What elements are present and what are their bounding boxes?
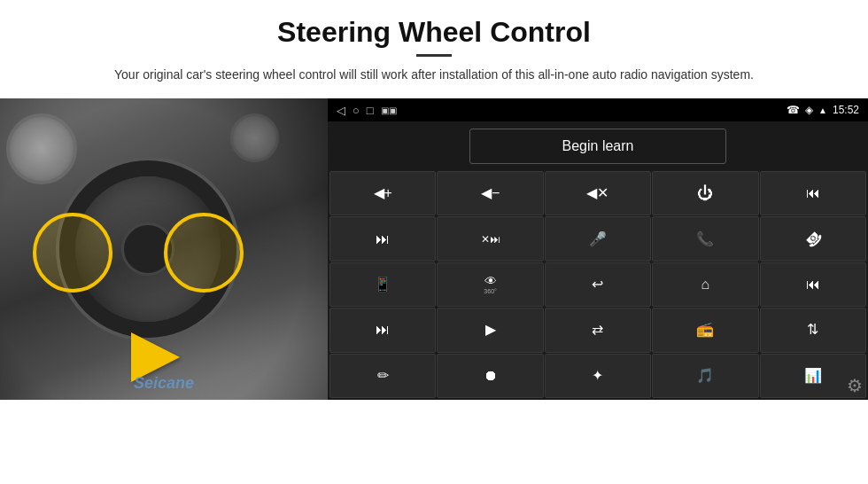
- edit-icon: ✏: [377, 369, 389, 383]
- screenshot-nav-icon[interactable]: ▣▣: [381, 105, 397, 115]
- status-time: 15:52: [833, 104, 859, 116]
- phone-call-icon: 📞: [696, 232, 714, 246]
- highlight-circle-left: [33, 213, 112, 293]
- controls-grid: ◀+ ◀− ◀✕ ⏻ ⏮ ⏭ ✕⏭: [328, 171, 868, 400]
- page-title: Steering Wheel Control: [53, 16, 815, 49]
- android-panel: ◁ ○ □ ▣▣ ☎ ◈ ▲ 15:52 Begin learn: [328, 98, 868, 400]
- vol-down-icon: ◀−: [481, 186, 500, 200]
- back-nav-icon[interactable]: ◁: [337, 104, 345, 117]
- radio-btn[interactable]: 📻: [652, 308, 758, 352]
- music-icon: 🎵: [696, 369, 714, 383]
- power-icon: ⏻: [697, 185, 713, 201]
- subtitle-text: Your original car's steering wheel contr…: [71, 66, 797, 84]
- record-btn[interactable]: ⏺: [437, 354, 543, 398]
- status-right-icons: ☎ ◈ ▲ 15:52: [787, 104, 859, 116]
- gauge-right: [230, 113, 279, 162]
- rew-icon: ⏮: [806, 277, 820, 292]
- highlight-circle-right: [164, 213, 244, 293]
- next-track-btn[interactable]: ⏭: [329, 216, 436, 261]
- home-btn[interactable]: ⌂: [652, 262, 758, 307]
- mute-icon: ◀✕: [586, 186, 608, 200]
- gps-icon: ◈: [805, 104, 813, 116]
- power-btn[interactable]: ⏻: [652, 171, 758, 215]
- home-icon: ⌂: [701, 277, 710, 292]
- viz-icon: 📊: [804, 369, 822, 383]
- settings-icon[interactable]: ⚙: [847, 376, 863, 395]
- nav-icon-ctrl: ▶: [485, 323, 496, 337]
- vol-up-icon: ◀+: [374, 186, 392, 200]
- back-btn[interactable]: ↩: [545, 262, 651, 307]
- ffw-btn[interactable]: ⏭: [329, 308, 436, 352]
- mic-icon: 🎤: [589, 232, 607, 246]
- edit-btn[interactable]: ✏: [329, 354, 436, 398]
- wifi-icon: ▲: [818, 105, 827, 115]
- prev-track-icon: ⏮: [806, 186, 820, 200]
- header-section: Steering Wheel Control Your original car…: [0, 0, 868, 91]
- record-icon: ⏺: [484, 369, 498, 383]
- radio-icon: 📻: [696, 323, 714, 337]
- ffw-icon: ⏭: [376, 323, 390, 337]
- home-nav-icon[interactable]: ○: [353, 104, 360, 117]
- steering-wheel-image: Seicane: [0, 98, 328, 400]
- back-icon: ↩: [592, 277, 603, 292]
- begin-learn-button[interactable]: Begin learn: [469, 129, 726, 164]
- bluetooth-icon: ✦: [592, 369, 603, 383]
- swap-btn[interactable]: ⇄: [545, 308, 651, 352]
- 360-view-btn[interactable]: 👁 360°: [437, 262, 543, 307]
- eq-icon: ⇅: [807, 323, 818, 337]
- next-track-icon: ⏭: [376, 232, 390, 246]
- eq-btn[interactable]: ⇅: [760, 308, 866, 352]
- begin-learn-row: Begin learn: [328, 121, 868, 171]
- vol-down-btn[interactable]: ◀−: [437, 171, 543, 215]
- recents-nav-icon[interactable]: □: [367, 104, 374, 117]
- settings-area: ⚙: [847, 375, 863, 396]
- swap-icon: ⇄: [592, 323, 603, 337]
- mic-btn[interactable]: 🎤: [545, 216, 651, 261]
- bluetooth-btn[interactable]: ✦: [545, 354, 651, 398]
- phone-icon: ☎: [787, 104, 800, 116]
- hangup-btn[interactable]: ☎: [760, 216, 866, 261]
- vol-up-btn[interactable]: ◀+: [329, 171, 436, 215]
- content-area: Seicane ◁ ○ □ ▣▣ ☎ ◈ ▲ 15:52: [0, 98, 868, 484]
- 360-label: 360°: [484, 288, 496, 294]
- seicane-watermark: Seicane: [134, 374, 194, 393]
- nav-btn[interactable]: ▶: [437, 308, 543, 352]
- prev-track-btn[interactable]: ⏮: [760, 171, 866, 215]
- mute-btn[interactable]: ◀✕: [545, 171, 651, 215]
- title-divider: [416, 54, 452, 57]
- status-nav-icons: ◁ ○ □ ▣▣: [337, 104, 397, 117]
- menu-btn[interactable]: 📱: [329, 262, 436, 307]
- gauge-left: [6, 113, 77, 184]
- skip-btn[interactable]: ✕⏭: [437, 216, 543, 261]
- phone-btn[interactable]: 📞: [652, 216, 758, 261]
- menu-icon: 📱: [374, 277, 391, 292]
- 360-icon: 👁: [484, 275, 497, 287]
- hangup-icon: ☎: [802, 228, 824, 250]
- skip-icon: ✕⏭: [481, 234, 500, 245]
- music-btn[interactable]: 🎵: [652, 354, 758, 398]
- rew-btn[interactable]: ⏮: [760, 262, 866, 307]
- page-wrapper: Steering Wheel Control Your original car…: [0, 0, 868, 484]
- status-bar: ◁ ○ □ ▣▣ ☎ ◈ ▲ 15:52: [328, 98, 868, 121]
